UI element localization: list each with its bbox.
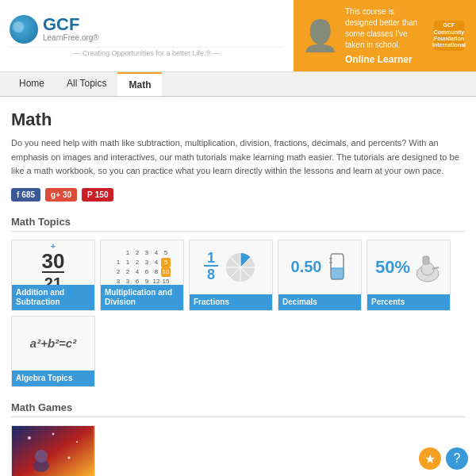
- logo-learn-text: LearnFree.org®: [43, 33, 99, 42]
- logo-gcf-text: GCF: [43, 16, 99, 33]
- facebook-button[interactable]: f 685: [11, 188, 40, 202]
- beaker-icon: [326, 252, 348, 282]
- header: GCF LearnFree.org® — Creating Opportunit…: [0, 0, 476, 72]
- tile-label-multiplication: Multiplication andDivision: [101, 285, 183, 310]
- logo-area: GCF LearnFree.org® — Creating Opportunit…: [0, 0, 294, 71]
- pinterest-button[interactable]: P 150: [82, 188, 113, 202]
- topic-tile-algebra[interactable]: a²+b²=c² Algebra Topics: [11, 316, 95, 387]
- tile-img-fractions: 1 8: [190, 240, 272, 294]
- logo-text: GCF LearnFree.org®: [43, 16, 99, 42]
- logo-globe-icon: [10, 15, 38, 44]
- svg-rect-17: [423, 256, 429, 264]
- page-title: Math: [11, 109, 465, 130]
- topics-grid: + 30 21 Addition andSubtraction 12345 11…: [11, 240, 465, 387]
- topic-tile-multiplication[interactable]: 12345 112345 2246810 33691215 Mult: [100, 240, 184, 311]
- googleplus-button[interactable]: g+ 30: [45, 188, 77, 202]
- tile-img-algebra: a²+b²=c²: [12, 317, 94, 370]
- tagline: — Creating Opportunities for a better Li…: [10, 47, 284, 57]
- games-heading: Math Games: [11, 401, 465, 417]
- nav-all-topics[interactable]: All Topics: [56, 72, 117, 96]
- svg-point-21: [76, 441, 78, 443]
- tile-label-percents: Percents: [367, 294, 450, 310]
- page-description: Do you need help with math like subtract…: [11, 136, 463, 178]
- banner-person-icon: 👤: [301, 21, 339, 51]
- social-bar: f 685 g+ 30 P 150: [11, 188, 465, 202]
- svg-point-19: [28, 436, 31, 440]
- banner-logo-right: GCFCommunityFoundationInternational: [430, 21, 468, 51]
- banner: 👤 This course is designed better than so…: [294, 0, 476, 71]
- tile-label-addition: Addition andSubtraction: [12, 285, 94, 310]
- svg-point-25: [35, 450, 48, 463]
- gplus-count: 30: [63, 190, 71, 199]
- gplus-icon: g+: [51, 190, 60, 199]
- nav-math[interactable]: Math: [117, 72, 162, 96]
- main-content: Math Do you need help with math like sub…: [0, 97, 476, 476]
- tile-img-percents: 50%: [367, 240, 450, 294]
- help-button[interactable]: ?: [446, 447, 468, 470]
- tile-label-fractions: Fractions: [190, 294, 272, 310]
- navigation: Home All Topics Math: [0, 72, 476, 97]
- topic-tile-decimals[interactable]: 0.50 Decimals: [278, 240, 362, 311]
- topic-tile-percents[interactable]: 50% Percents: [367, 240, 451, 311]
- star-button[interactable]: ★: [419, 447, 441, 470]
- topic-tile-fractions[interactable]: 1 8: [189, 240, 273, 311]
- banner-gcf-logo: GCFCommunityFoundationInternational: [434, 21, 464, 51]
- bottom-bar: ★ ?: [419, 447, 468, 470]
- tile-img-decimals: 0.50: [278, 240, 361, 294]
- topics-heading: Math Topics: [11, 216, 465, 232]
- tile-label-algebra: Algebra Topics: [12, 370, 94, 386]
- game-preview-icon: [13, 426, 93, 476]
- pinterest-icon: P: [87, 190, 93, 199]
- facebook-icon: f: [17, 190, 19, 199]
- facebook-count: 685: [21, 190, 35, 199]
- topic-tile-addition[interactable]: + 30 21 Addition andSubtraction: [11, 240, 95, 311]
- svg-rect-10: [331, 268, 344, 279]
- banner-label: Online Learner: [345, 54, 424, 65]
- pinterest-count: 150: [95, 190, 109, 199]
- svg-point-23: [68, 456, 71, 459]
- banner-quote-text: This course is designed better than some…: [345, 6, 424, 51]
- game-tile-good-at-math[interactable]: Good at Math: [11, 425, 95, 476]
- tile-label-decimals: Decimals: [278, 294, 361, 310]
- help-icon: ?: [454, 451, 461, 466]
- star-icon: ★: [424, 451, 436, 466]
- svg-point-20: [52, 432, 55, 435]
- games-grid: Good at Math: [11, 425, 465, 476]
- nav-home[interactable]: Home: [8, 72, 56, 96]
- fraction-pie-icon: [223, 250, 258, 285]
- game-img-good-at-math: [12, 426, 94, 476]
- kettle-icon: [413, 251, 442, 283]
